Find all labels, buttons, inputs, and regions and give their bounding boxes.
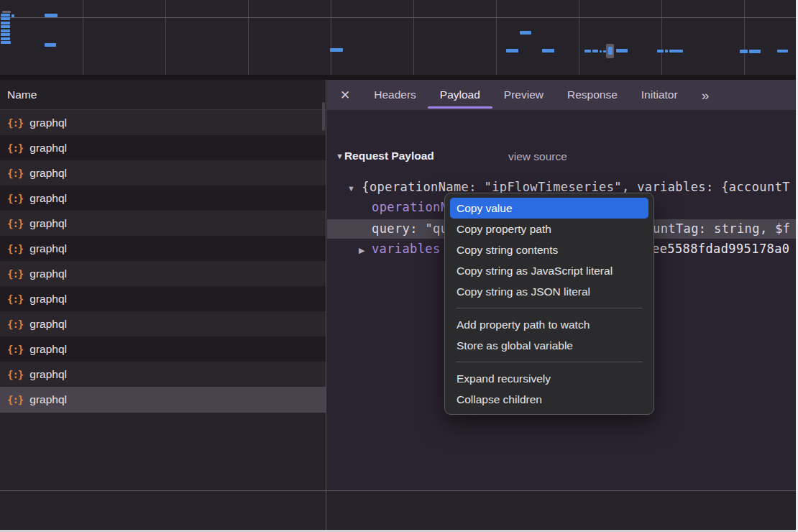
request-name-label: graphql xyxy=(29,242,67,255)
overview-request-bar[interactable] xyxy=(657,50,664,52)
overview-request-bar[interactable] xyxy=(2,11,11,13)
devtools-network-panel: Name {:}graphql{:}graphql{:}graphql{:}gr… xyxy=(0,0,798,532)
detail-tab-bar: ✕ HeadersPayloadPreviewResponseInitiator… xyxy=(327,80,798,110)
variables-row[interactable]: ▶ variables xyxy=(359,239,441,258)
request-name-label: graphql xyxy=(29,393,67,406)
overview-request-bar[interactable] xyxy=(777,50,788,52)
context-menu: Copy valueCopy property pathCopy string … xyxy=(444,193,654,415)
request-row[interactable]: {:}graphql xyxy=(0,336,326,362)
context-menu-item-store-as-global-variable[interactable]: Store as global variable xyxy=(450,335,648,356)
fetch-request-icon: {:} xyxy=(7,117,23,129)
list-scrollbar-thumb[interactable] xyxy=(322,102,325,131)
fetch-request-icon: {:} xyxy=(7,344,23,355)
context-menu-divider xyxy=(456,308,643,308)
request-list-panel: Name {:}graphql{:}graphql{:}graphql{:}gr… xyxy=(0,80,326,490)
panel-split-divider[interactable] xyxy=(326,80,326,532)
payload-object-preview-text: {operationName: "ipFlowTimeseries", vari… xyxy=(362,180,790,194)
overview-gridline xyxy=(744,0,745,75)
overview-request-bar[interactable] xyxy=(584,50,591,52)
overview-request-bar[interactable] xyxy=(749,50,761,53)
overview-gridline xyxy=(661,0,662,75)
view-source-link[interactable]: view source xyxy=(508,150,567,163)
overview-gridline xyxy=(165,0,166,75)
context-menu-item-add-property-path-to-watch[interactable]: Add property path to watch xyxy=(450,314,648,335)
overview-request-bar[interactable] xyxy=(608,47,613,55)
name-column-label: Name xyxy=(7,88,37,101)
key-colon: : xyxy=(410,221,425,236)
request-row[interactable]: {:}graphql xyxy=(0,387,326,413)
overview-request-bar[interactable] xyxy=(1,29,10,32)
overview-request-bar[interactable] xyxy=(1,14,10,17)
expand-triangle-icon[interactable]: ▼ xyxy=(347,184,355,193)
fetch-request-icon: {:} xyxy=(7,142,23,154)
overview-request-bar[interactable] xyxy=(1,41,11,44)
context-menu-item-expand-recursively[interactable]: Expand recursively xyxy=(450,368,648,389)
request-row[interactable]: {:}graphql xyxy=(0,311,326,336)
overview-request-bar[interactable] xyxy=(1,25,10,28)
overview-request-bar[interactable] xyxy=(45,43,56,47)
request-row[interactable]: {:}graphql xyxy=(0,261,326,286)
overview-request-bar[interactable] xyxy=(616,49,628,52)
request-name-label: graphql xyxy=(29,192,67,205)
close-icon[interactable]: ✕ xyxy=(340,89,350,101)
request-row[interactable]: {:}graphql xyxy=(0,236,326,261)
property-key: query xyxy=(372,221,410,236)
collapse-triangle-icon[interactable]: ▼ xyxy=(336,152,344,160)
overview-request-bar[interactable] xyxy=(665,50,668,52)
request-row[interactable]: {:}graphql xyxy=(0,362,326,387)
request-payload-title: Request Payload xyxy=(344,150,434,162)
request-row[interactable]: {:}graphql xyxy=(0,286,326,311)
request-row[interactable]: {:}graphql xyxy=(0,135,326,160)
overview-request-bar[interactable] xyxy=(520,31,531,35)
tab-response[interactable]: Response xyxy=(567,80,618,110)
overview-request-bar[interactable] xyxy=(592,50,598,52)
overview-horizontal-gridline xyxy=(0,17,798,18)
overview-request-bar[interactable] xyxy=(1,33,10,36)
overview-request-bar[interactable] xyxy=(506,49,518,52)
overview-gridline xyxy=(248,0,249,75)
context-menu-item-copy-string-as-json-literal[interactable]: Copy string as JSON literal xyxy=(450,281,648,302)
overview-request-bar[interactable] xyxy=(740,50,748,53)
query-row[interactable]: query: "qu xyxy=(372,219,448,238)
context-menu-item-copy-value[interactable]: Copy value xyxy=(450,198,648,219)
tab-headers[interactable]: Headers xyxy=(374,80,416,110)
request-name-label: graphql xyxy=(29,293,67,306)
request-name-label: graphql xyxy=(29,368,67,381)
overview-request-bar[interactable] xyxy=(669,50,683,52)
overview-gridline xyxy=(579,0,579,75)
overview-request-bar[interactable] xyxy=(600,50,602,52)
overview-request-bar[interactable] xyxy=(45,14,58,17)
overview-request-bar[interactable] xyxy=(330,48,343,52)
request-name-label: graphql xyxy=(29,167,67,180)
more-tabs-icon[interactable]: » xyxy=(702,88,710,102)
context-menu-item-copy-string-contents[interactable]: Copy string contents xyxy=(450,239,648,260)
network-overview-timeline[interactable] xyxy=(0,0,798,75)
request-row[interactable]: {:}graphql xyxy=(0,110,326,135)
overview-bottom-gap xyxy=(0,75,798,80)
tab-initiator[interactable]: Initiator xyxy=(641,80,678,110)
expand-triangle-icon[interactable]: ▶ xyxy=(359,246,364,254)
request-name-label: graphql xyxy=(29,343,67,356)
request-row[interactable]: {:}graphql xyxy=(0,160,326,185)
context-menu-item-copy-string-as-javascript-literal[interactable]: Copy string as JavaScript literal xyxy=(450,260,648,281)
overview-request-bar[interactable] xyxy=(12,14,14,17)
overview-gridline xyxy=(331,0,331,75)
overview-request-bar[interactable] xyxy=(1,37,10,40)
name-column-header[interactable]: Name xyxy=(0,80,326,110)
fetch-request-icon: {:} xyxy=(7,193,23,204)
request-name-label: graphql xyxy=(29,318,67,331)
overview-request-bar[interactable] xyxy=(1,22,10,24)
context-menu-item-copy-property-path[interactable]: Copy property path xyxy=(450,219,648,239)
request-row[interactable]: {:}graphql xyxy=(0,185,326,211)
overview-request-bar[interactable] xyxy=(1,17,10,20)
tab-payload[interactable]: Payload xyxy=(440,80,480,110)
request-name-label: graphql xyxy=(29,267,67,280)
overview-request-bar[interactable] xyxy=(542,49,554,52)
request-list: {:}graphql{:}graphql{:}graphql{:}graphql… xyxy=(0,110,326,413)
request-row[interactable]: {:}graphql xyxy=(0,211,326,236)
overview-gridline xyxy=(413,0,414,75)
context-menu-item-collapse-children[interactable]: Collapse children xyxy=(450,389,648,410)
overview-gridline xyxy=(83,0,83,75)
tab-preview[interactable]: Preview xyxy=(504,80,544,110)
request-payload-section-header[interactable]: ▼ Request Payload xyxy=(336,150,434,162)
